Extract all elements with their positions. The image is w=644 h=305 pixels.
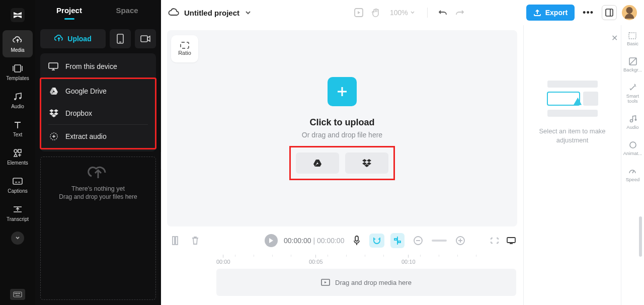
google-drive-icon — [313, 159, 322, 167]
play-preview-button[interactable] — [353, 8, 365, 18]
cloud-upload-icon — [13, 35, 23, 45]
redo-button[interactable] — [454, 9, 466, 16]
rail-expand-button[interactable] — [11, 232, 24, 245]
phone-icon — [117, 34, 124, 44]
upload-dropdown: From this device Google Drive Dropbox Ex… — [40, 53, 156, 151]
rail-item-transcript[interactable]: Transcript — [3, 199, 33, 226]
undo-button[interactable] — [437, 9, 449, 16]
cloud-sync-icon[interactable] — [168, 8, 179, 17]
music-note-icon — [629, 115, 637, 123]
svg-rect-29 — [394, 239, 397, 240]
keyboard-icon[interactable] — [10, 289, 25, 300]
upload-icon — [87, 163, 110, 181]
tab-project[interactable]: Project — [40, 6, 98, 20]
export-button[interactable]: Export — [526, 5, 575, 21]
dropbox-icon — [49, 109, 58, 117]
chevron-down-icon[interactable] — [245, 10, 252, 15]
close-inspector-button[interactable]: ✕ — [611, 33, 618, 43]
media-dropzone[interactable]: There's nothing yet Drag and drop your f… — [40, 157, 156, 300]
dropdown-from-device[interactable]: From this device — [40, 55, 156, 78]
music-note-icon — [13, 92, 23, 102]
split-button[interactable] — [168, 233, 182, 249]
svg-rect-5 — [18, 149, 21, 152]
zoom-slider[interactable] — [432, 240, 447, 242]
timecode-current: 00:00:00 — [284, 237, 311, 245]
dropdown-dropbox[interactable]: Dropbox — [41, 102, 155, 124]
user-avatar[interactable] — [622, 5, 637, 20]
layout-toggle[interactable] — [602, 5, 617, 20]
extract-audio-icon — [49, 132, 58, 141]
canvas-google-drive-button[interactable] — [296, 152, 339, 174]
templates-icon — [13, 63, 23, 73]
more-menu[interactable]: ••• — [580, 8, 597, 18]
canvas: Ratio Click to upload Or drag and drop f… — [167, 30, 517, 226]
dropdown-label: From this device — [65, 62, 117, 70]
svg-rect-39 — [629, 33, 636, 39]
rail-item-text[interactable]: Text — [3, 115, 33, 142]
timeline-track[interactable]: Drag and drop media here — [216, 269, 516, 296]
upload-label: Upload — [67, 35, 91, 43]
track-align-button[interactable] — [390, 233, 405, 248]
magnet-button[interactable] — [369, 234, 384, 248]
crop-icon — [628, 32, 637, 39]
highlighted-group: Google Drive Dropbox Extract audio — [40, 78, 156, 149]
upload-title: Click to upload — [309, 117, 374, 128]
record-button[interactable] — [135, 29, 156, 48]
plus-icon — [336, 85, 349, 98]
ratio-button[interactable]: Ratio — [171, 35, 198, 62]
cloud-upload-group — [289, 146, 395, 180]
rail-item-elements[interactable]: Elements — [3, 143, 33, 170]
svg-rect-26 — [176, 237, 178, 245]
proprail-smart-tools[interactable]: Smart tools — [622, 84, 643, 104]
zoom-out-button[interactable] — [411, 233, 426, 248]
rail-item-templates[interactable]: Templates — [3, 58, 33, 86]
proprail-speed[interactable]: Speed — [626, 167, 639, 182]
circle-icon — [629, 141, 637, 149]
canvas-dropbox-button[interactable] — [345, 152, 388, 174]
rail-label: Elements — [7, 160, 28, 166]
svg-point-13 — [19, 293, 20, 293]
zoom-control[interactable]: 100% — [390, 9, 415, 17]
tick: 00:00 — [216, 255, 230, 265]
svg-point-43 — [630, 142, 636, 148]
delete-button[interactable] — [188, 233, 202, 248]
project-title[interactable]: Untitled project — [184, 9, 239, 17]
rail-item-media[interactable]: Media — [3, 30, 33, 57]
side-panel: Project Space Upload From this device — [35, 0, 161, 305]
timecode-duration: 00:00:00 — [317, 237, 345, 245]
main-area: Untitled project 100% Export ••• — [161, 0, 644, 305]
dropdown-extract-audio[interactable]: Extract audio — [41, 125, 155, 148]
mic-button[interactable] — [350, 233, 363, 249]
device-button[interactable] — [110, 29, 131, 48]
rail-label: Media — [11, 47, 24, 53]
proprail-animation[interactable]: Animat... — [623, 141, 642, 156]
workspace: Ratio Click to upload Or drag and drop f… — [161, 25, 644, 305]
svg-point-42 — [634, 119, 636, 121]
proprail-basic[interactable]: Basic — [627, 32, 638, 46]
click-to-upload-tile[interactable] — [328, 77, 357, 106]
monitor-icon — [48, 62, 58, 70]
proprail-background[interactable]: Backgr... — [623, 57, 642, 72]
rail-item-captions[interactable]: Captions — [3, 171, 33, 198]
pr-label: Backgr... — [623, 67, 642, 72]
elements-icon — [13, 148, 23, 158]
upload-button[interactable]: Upload — [40, 29, 106, 48]
hand-tool-button[interactable] — [370, 8, 382, 18]
rail-label: Templates — [6, 75, 29, 81]
proprail-audio[interactable]: Audio — [626, 115, 638, 130]
sidepanel-tabs: Project Space — [35, 0, 161, 25]
timeline: 00:00 00:05 00:10 Drag and drop media he… — [161, 255, 523, 305]
play-button[interactable] — [265, 234, 278, 247]
timecode: 00:00:00 | 00:00:00 — [284, 237, 344, 245]
fit-button[interactable] — [490, 237, 499, 244]
tab-space[interactable]: Space — [98, 6, 156, 20]
ratio-label: Ratio — [178, 50, 191, 56]
rail-item-audio[interactable]: Audio — [3, 87, 33, 114]
capcut-logo — [9, 6, 27, 24]
svg-rect-0 — [11, 8, 25, 22]
dropdown-google-drive[interactable]: Google Drive — [41, 80, 155, 102]
svg-rect-30 — [398, 241, 400, 243]
preview-button[interactable] — [506, 237, 516, 245]
timeline-ruler[interactable]: 00:00 00:05 00:10 — [216, 255, 516, 269]
zoom-in-button[interactable] — [453, 233, 468, 248]
